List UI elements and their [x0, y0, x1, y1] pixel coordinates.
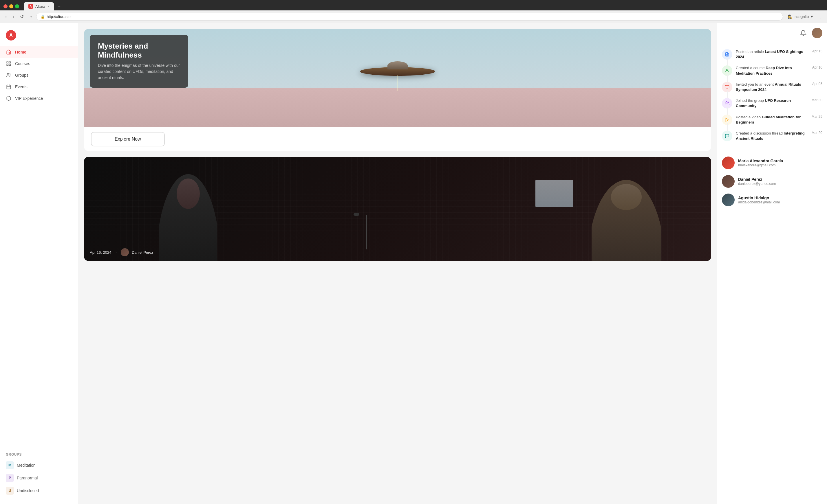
vip-icon: [6, 96, 12, 101]
tab-close-button[interactable]: ×: [47, 5, 49, 8]
activity-icon-discussion: [722, 131, 732, 141]
activity-date-course: Apr 10: [812, 65, 822, 69]
group-avatar-paranormal: P: [6, 474, 14, 482]
main-navigation: Home Courses: [0, 46, 78, 448]
activity-item-article: Posted an article Latest UFO Sightings 2…: [722, 46, 822, 62]
reload-button[interactable]: ↺: [18, 13, 26, 20]
activity-date-discussion: Mar 20: [812, 131, 822, 135]
back-button[interactable]: ‹: [3, 13, 8, 20]
post-metadata: Apr 16, 2024 · Daniel Perez: [90, 248, 153, 256]
fullscreen-traffic-light[interactable]: [15, 4, 19, 8]
sidebar-item-events-label: Events: [15, 85, 28, 89]
activity-icon-course: [722, 65, 732, 76]
member-avatar-daniel: [722, 175, 735, 188]
post-separator: ·: [115, 250, 116, 255]
incognito-icon: 🕵️: [788, 14, 792, 19]
member-info-maria: Maria Alexandra García malexandra@gmail.…: [738, 159, 783, 167]
lock-icon: 🔒: [41, 15, 45, 19]
groups-icon: [6, 72, 12, 78]
activity-text-course: Created a course Deep Dive into Meditati…: [736, 65, 810, 76]
svg-rect-0: [7, 62, 8, 63]
sidebar-item-events[interactable]: Events: [0, 81, 78, 93]
incognito-label: Incognito: [793, 14, 809, 19]
ufo-body: [360, 64, 435, 76]
logo-icon: A: [6, 30, 16, 41]
incognito-button[interactable]: 🕵️ Incognito ▼: [785, 13, 816, 20]
notification-button[interactable]: [798, 28, 809, 38]
sidebar-group-paranormal[interactable]: P Paranormal: [6, 471, 72, 484]
activity-content-course: Created a course Deep Dive into Meditati…: [736, 65, 822, 76]
active-tab[interactable]: A Altura ×: [24, 2, 54, 10]
member-item-agustin[interactable]: Agustin Hidalgo ahidalgobenitez@mail.com: [722, 191, 822, 209]
address-bar[interactable]: 🔒 http://altura.co: [36, 13, 783, 20]
ufo-dome: [387, 61, 408, 69]
browser-menu-button[interactable]: ⋮: [818, 14, 824, 20]
activity-content-discussion: Created a discussion thread Interpreting…: [736, 131, 822, 141]
member-item-daniel[interactable]: Daniel Perez danieperez@yahoo.com: [722, 172, 822, 191]
activity-item-video: Posted a video Guided Meditation for Beg…: [722, 112, 822, 128]
sidebar-item-groups[interactable]: Groups: [0, 69, 78, 81]
hero-text-box: Mysteries and Mindfulness Dive into the …: [90, 35, 188, 88]
main-content: Mysteries and Mindfulness Dive into the …: [78, 23, 717, 504]
sidebar-item-courses[interactable]: Courses: [0, 58, 78, 69]
podcast-monitor: [535, 180, 573, 207]
sidebar-group-meditation[interactable]: M Meditation: [6, 459, 72, 471]
hero-subtitle: Dive into the enigmas of the universe wi…: [98, 62, 180, 81]
svg-rect-3: [9, 64, 11, 66]
user-avatar-header[interactable]: [812, 28, 822, 38]
activity-date-event: Apr 05: [812, 82, 822, 86]
sidebar-group-undisclosed[interactable]: U Undisclosed: [6, 484, 72, 497]
member-name-agustin: Agustin Hidalgo: [738, 195, 780, 200]
address-text: http://altura.co: [47, 14, 70, 19]
ufo: [360, 64, 435, 76]
courses-icon: [6, 61, 12, 66]
svg-rect-5: [7, 85, 11, 89]
post-author-name: Daniel Perez: [132, 250, 153, 255]
sidebar-item-home-label: Home: [15, 50, 27, 54]
sidebar-item-groups-label: Groups: [15, 73, 29, 77]
activity-content-event: Invited you to an event Annual Rituals S…: [736, 82, 822, 92]
activity-icon-video: [722, 115, 732, 125]
activity-icon-article: [722, 49, 732, 60]
activity-row-discussion: Created a discussion thread Interpreting…: [736, 131, 822, 141]
mic-stand-center: [366, 215, 367, 249]
post-image: Apr 16, 2024 · Daniel Perez: [84, 157, 711, 261]
group-avatar-undisclosed: U: [6, 487, 14, 495]
incognito-chevron: ▼: [810, 14, 814, 19]
member-item-maria[interactable]: Maria Alexandra García malexandra@gmail.…: [722, 154, 822, 172]
right-sidebar-header: [722, 28, 822, 42]
activity-text-video: Posted a video Guided Meditation for Beg…: [736, 115, 809, 125]
minimize-traffic-light[interactable]: [9, 4, 13, 8]
activity-date-video: Mar 25: [812, 115, 822, 119]
activity-icon-group: [722, 98, 732, 109]
close-traffic-light[interactable]: [3, 4, 7, 8]
activity-row-video: Posted a video Guided Meditation for Beg…: [736, 115, 822, 125]
post-card: Apr 16, 2024 · Daniel Perez: [84, 157, 711, 261]
right-sidebar: Posted an article Latest UFO Sightings 2…: [717, 23, 827, 504]
tab-title: Altura: [35, 4, 45, 9]
activity-feed: Posted an article Latest UFO Sightings 2…: [722, 46, 822, 149]
events-icon: [6, 84, 12, 90]
activity-row-group: Joined the group UFO Research Community …: [736, 98, 822, 109]
member-avatar-maria: [722, 157, 735, 169]
activity-date-article: Apr 15: [812, 49, 822, 53]
groups-section: Groups M Meditation P Paranormal U Undis…: [0, 448, 78, 499]
sidebar-item-home[interactable]: Home: [0, 46, 78, 58]
svg-point-4: [7, 73, 9, 75]
member-email-daniel: danieperez@yahoo.com: [738, 182, 776, 186]
forward-button[interactable]: ›: [11, 13, 16, 20]
new-tab-button[interactable]: +: [55, 3, 63, 9]
sidebar: A Home: [0, 23, 78, 504]
sidebar-item-courses-label: Courses: [15, 61, 30, 66]
activity-item-discussion: Created a discussion thread Interpreting…: [722, 128, 822, 144]
activity-row-event: Invited you to an event Annual Rituals S…: [736, 82, 822, 92]
svg-marker-14: [726, 118, 728, 121]
sidebar-item-vip[interactable]: VIP Experience: [0, 93, 78, 104]
member-info-agustin: Agustin Hidalgo ahidalgobenitez@mail.com: [738, 195, 780, 204]
home-button[interactable]: ⌂: [28, 13, 34, 20]
sidebar-logo: A: [0, 28, 78, 46]
hero-ground: [84, 88, 711, 127]
member-name-maria: Maria Alexandra García: [738, 159, 783, 163]
group-label-undisclosed: Undisclosed: [17, 488, 39, 493]
explore-now-button[interactable]: Explore Now: [91, 132, 165, 147]
